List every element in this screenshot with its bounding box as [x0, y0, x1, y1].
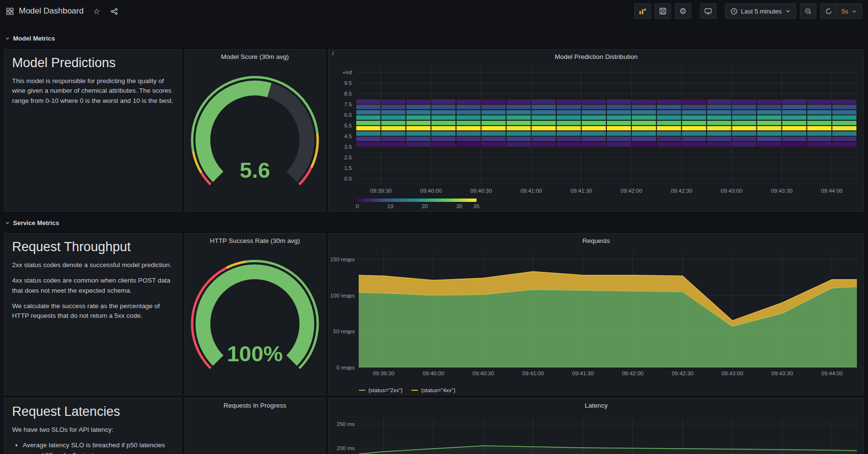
svg-text:0: 0 — [356, 203, 359, 209]
panel-title[interactable]: Latency — [329, 398, 864, 412]
text-panel-paragraph: This model is responsible for predicting… — [12, 76, 173, 106]
time-range-label: Last 5 minutes — [741, 8, 782, 15]
panel-title[interactable]: HTTP Success Rate (30m avg) — [185, 234, 325, 247]
gauge-model-score: 5.6 — [185, 63, 325, 212]
svg-text:250 ms: 250 ms — [336, 421, 355, 427]
dashboard-title: Model Dashboard — [19, 6, 84, 16]
gauge-http-success-rate: 100% — [185, 247, 325, 395]
svg-text:100%: 100% — [227, 341, 283, 366]
text-panel-paragraph: We have two SLOs for API latency: — [12, 425, 173, 435]
share-button[interactable] — [108, 5, 120, 17]
svg-text:09:42:00: 09:42:00 — [622, 370, 644, 376]
text-panel-paragraph: 2xx status codes denote a successful mod… — [12, 260, 173, 270]
zoom-out-icon — [804, 7, 812, 15]
svg-text:09:40:00: 09:40:00 — [422, 370, 444, 376]
refresh-button-group: 5s — [820, 3, 862, 19]
top-bar: Model Dashboard ☆ — [0, 0, 868, 22]
heatmap-prediction-distribution[interactable]: +Inf9.58.57.56.55.54.53.52.51.50.509:39:… — [329, 63, 864, 212]
section-service-metrics[interactable]: Service Metrics — [5, 217, 59, 228]
favorite-star-button[interactable]: ☆ — [90, 5, 103, 17]
svg-text:09:41:00: 09:41:00 — [522, 370, 544, 376]
svg-text:35: 35 — [474, 203, 480, 209]
refresh-button[interactable] — [820, 3, 837, 19]
svg-text:150 reqps: 150 reqps — [330, 256, 355, 262]
panel-title[interactable]: Model Score (30m avg) — [185, 50, 325, 63]
monitor-icon — [704, 7, 712, 15]
chart-legend: {status="2xx"} {status="4xx"} — [329, 384, 864, 395]
svg-text:09:41:30: 09:41:30 — [572, 370, 594, 376]
text-panel-list-item: Average latency SLO is breached if p50 l… — [23, 440, 173, 454]
svg-text:8.5: 8.5 — [344, 91, 352, 97]
add-panel-icon — [639, 7, 646, 15]
panel-request-latencies: Request Latencies We have two SLOs for A… — [4, 398, 182, 454]
chevron-down-icon — [5, 220, 10, 226]
svg-text:30: 30 — [456, 203, 462, 209]
svg-text:09:39:30: 09:39:30 — [370, 188, 392, 194]
svg-text:10: 10 — [387, 203, 393, 209]
svg-text:09:42:30: 09:42:30 — [672, 370, 693, 376]
save-dashboard-button[interactable] — [655, 3, 671, 19]
zoom-out-button[interactable] — [800, 3, 816, 19]
svg-text:2.5: 2.5 — [344, 155, 352, 160]
add-panel-button[interactable] — [634, 3, 651, 19]
svg-text:200 ms: 200 ms — [336, 445, 355, 451]
panel-model-score: Model Score (30m avg) 5.6 — [184, 49, 325, 212]
panel-requests: Requests 0 reqps50 reqps100 reqps150 req… — [328, 233, 864, 395]
svg-text:09:40:30: 09:40:30 — [473, 370, 494, 376]
svg-text:9.5: 9.5 — [344, 80, 352, 86]
save-icon — [659, 7, 667, 15]
svg-text:1.5: 1.5 — [344, 165, 352, 171]
legend-label: {status="2xx"} — [368, 387, 403, 393]
legend-swatch — [411, 390, 418, 391]
tv-mode-button[interactable] — [700, 3, 716, 19]
svg-text:3.5: 3.5 — [344, 144, 352, 150]
svg-text:0.5: 0.5 — [344, 176, 352, 182]
section-label: Service Metrics — [13, 219, 59, 227]
panel-http-success-rate: HTTP Success Rate (30m avg) 100% — [184, 233, 325, 395]
svg-text:09:41:30: 09:41:30 — [571, 188, 592, 194]
panel-title[interactable]: Requests In Progress — [185, 398, 325, 412]
svg-text:50 reqps: 50 reqps — [333, 328, 355, 334]
svg-text:09:42:30: 09:42:30 — [671, 188, 692, 194]
svg-text:09:42:00: 09:42:00 — [621, 188, 643, 194]
text-panel-title: Request Latencies — [12, 404, 173, 419]
chevron-down-icon — [5, 36, 10, 41]
panel-info-icon[interactable]: i — [332, 50, 334, 57]
svg-text:09:43:30: 09:43:30 — [771, 370, 793, 376]
svg-text:6.5: 6.5 — [344, 112, 352, 118]
panel-model-predictions: Model Predictions This model is responsi… — [4, 49, 182, 212]
panel-request-throughput: Request Throughput 2xx status codes deno… — [4, 233, 182, 395]
clock-icon — [730, 8, 738, 15]
panel-title[interactable]: Requests — [329, 234, 864, 247]
section-model-metrics[interactable]: Model Metrics — [5, 33, 55, 43]
svg-text:09:43:30: 09:43:30 — [771, 188, 793, 194]
panel-title[interactable]: Model Prediction Distribution — [329, 50, 864, 63]
timeseries-latency[interactable]: 0 ms50 ms100 ms150 ms200 ms250 ms09:39:3… — [329, 412, 864, 454]
svg-text:09:43:00: 09:43:00 — [722, 370, 743, 376]
panel-requests-in-progress: Requests In Progress — [184, 398, 325, 454]
legend-item-2xx[interactable]: {status="2xx"} — [359, 387, 403, 393]
star-icon: ☆ — [93, 7, 100, 16]
svg-text:09:40:30: 09:40:30 — [470, 188, 492, 194]
gear-icon: ⚙ — [679, 7, 686, 15]
time-range-picker[interactable]: Last 5 minutes — [725, 3, 797, 19]
timeseries-requests[interactable]: 0 reqps50 reqps100 reqps150 reqps09:39:3… — [329, 247, 864, 384]
svg-text:09:41:00: 09:41:00 — [520, 188, 542, 194]
svg-text:20: 20 — [421, 203, 428, 209]
section-label: Model Metrics — [13, 35, 55, 42]
dashboards-grid-icon — [6, 7, 14, 15]
legend-item-4xx[interactable]: {status="4xx"} — [411, 387, 455, 393]
panel-latency: Latency 0 ms50 ms100 ms150 ms200 ms250 m… — [328, 398, 864, 454]
svg-text:09:40:00: 09:40:00 — [420, 188, 442, 194]
svg-text:100 reqps: 100 reqps — [330, 293, 355, 298]
dashboard-settings-button[interactable]: ⚙ — [675, 3, 691, 19]
stat-requests-in-progress — [185, 412, 325, 454]
svg-text:5.6: 5.6 — [240, 158, 270, 183]
text-panel-title: Model Predictions — [12, 56, 173, 71]
refresh-interval-picker[interactable]: 5s — [836, 3, 862, 19]
svg-text:4.5: 4.5 — [344, 133, 352, 139]
share-icon — [111, 8, 118, 15]
legend-label: {status="4xx"} — [421, 387, 455, 393]
svg-text:09:43:00: 09:43:00 — [721, 188, 742, 194]
chevron-down-icon — [852, 9, 857, 14]
